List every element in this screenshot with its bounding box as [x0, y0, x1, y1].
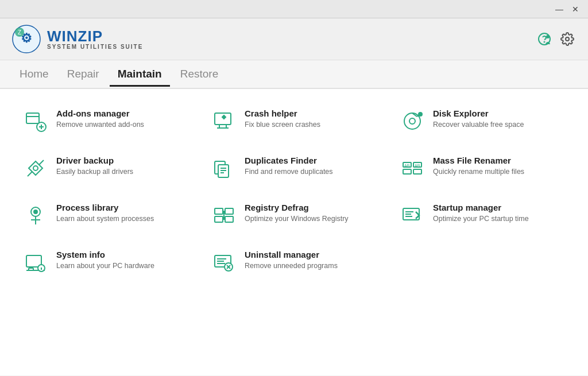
- svg-rect-40: [225, 216, 233, 222]
- tool-text-addons: Add-ons managerRemove unwanted add-ons: [56, 108, 188, 130]
- header-icons: [535, 30, 577, 48]
- tool-text-uninstall: Uninstall managerRemove unneeded program…: [245, 250, 377, 272]
- tool-title-driver: Driver backup: [56, 156, 188, 165]
- logo-icon: ⚙ Z: [11, 24, 41, 54]
- nav-restore[interactable]: Restore: [172, 63, 227, 85]
- svg-rect-38: [225, 208, 233, 214]
- settings-icon: [560, 32, 574, 46]
- tool-text-duplicates: Duplicates FinderFind and remove duplica…: [245, 156, 377, 177]
- uninstall-tool-icon: [211, 250, 237, 275]
- tool-desc-uninstall: Remove unneeded programs: [245, 261, 377, 272]
- tool-title-crash: Crash helper: [245, 108, 377, 118]
- tool-text-process: Process libraryLearn about system proces…: [56, 203, 188, 224]
- header: ⚙ Z WINZIP SYSTEM UTILITIES SUITE: [0, 18, 588, 60]
- svg-point-36: [34, 210, 37, 214]
- svg-text:AB: AB: [404, 164, 410, 168]
- tool-item-duplicates[interactable]: Duplicates FinderFind and remove duplica…: [206, 148, 382, 189]
- svg-rect-8: [26, 113, 39, 123]
- tool-item-addons[interactable]: Add-ons managerRemove unwanted add-ons: [17, 100, 194, 142]
- process-tool-icon: [23, 203, 48, 228]
- logo-text: WINZIP SYSTEM UTILITIES SUITE: [47, 29, 143, 50]
- registry-tool-icon: [211, 203, 237, 228]
- tool-item-driver[interactable]: Driver backupEasily backup all drivers: [17, 148, 194, 189]
- tool-desc-duplicates: Find and remove duplicates: [245, 167, 377, 177]
- disk-tool-icon: [400, 108, 425, 134]
- tool-title-renamer: Mass File Renamer: [433, 156, 565, 165]
- title-bar: — ✕: [0, 0, 588, 18]
- tool-desc-driver: Easily backup all drivers: [56, 167, 188, 177]
- tool-desc-disk: Recover valuable free space: [433, 120, 565, 130]
- tool-title-disk: Disk Explorer: [433, 108, 565, 118]
- svg-point-5: [544, 42, 545, 42]
- tool-desc-crash: Fix blue screen crashes: [245, 120, 377, 130]
- tool-text-renamer: Mass File RenamerQuickly rename multiple…: [433, 156, 565, 177]
- tool-desc-startup: Optimize your PC startup time: [433, 214, 565, 224]
- nav-maintain[interactable]: Maintain: [110, 63, 170, 87]
- sysinfo-tool-icon: [23, 250, 48, 275]
- tool-item-uninstall[interactable]: Uninstall managerRemove unneeded program…: [206, 242, 382, 283]
- tool-title-addons: Add-ons manager: [56, 108, 188, 118]
- tool-desc-registry: Optimize your Windows Registry: [245, 214, 377, 224]
- tool-item-disk[interactable]: Disk ExplorerRecover valuable free space: [394, 100, 571, 142]
- svg-point-20: [419, 113, 422, 116]
- svg-point-7: [566, 37, 569, 41]
- tool-text-crash: Crash helperFix blue screen crashes: [245, 108, 377, 130]
- help-button[interactable]: [535, 30, 554, 48]
- tool-item-startup[interactable]: Startup managerOptimize your PC startup …: [394, 195, 571, 236]
- tool-desc-addons: Remove unwanted add-ons: [56, 120, 188, 130]
- driver-tool-icon: [23, 156, 48, 181]
- tool-title-registry: Registry Defrag: [245, 203, 377, 212]
- svg-text:Z: Z: [18, 29, 21, 36]
- tool-title-startup: Startup manager: [433, 203, 565, 212]
- tool-title-process: Process library: [56, 203, 188, 212]
- tool-title-sysinfo: System info: [56, 250, 188, 259]
- main-nav: Home Repair Maintain Restore: [0, 60, 588, 89]
- nav-home[interactable]: Home: [11, 63, 57, 85]
- svg-point-6: [546, 35, 550, 38]
- help-icon: [537, 32, 551, 46]
- tool-text-startup: Startup managerOptimize your PC startup …: [433, 203, 565, 224]
- logo-area: ⚙ Z WINZIP SYSTEM UTILITIES SUITE: [11, 24, 143, 54]
- tool-item-registry[interactable]: Registry DefragOptimize your Windows Reg…: [206, 195, 382, 236]
- svg-rect-29: [403, 169, 411, 174]
- tool-desc-renamer: Quickly rename multiple files: [433, 167, 565, 177]
- svg-point-21: [33, 166, 38, 170]
- settings-button[interactable]: [558, 30, 577, 48]
- tool-item-process[interactable]: Process libraryLearn about system proces…: [17, 195, 194, 236]
- tools-grid: Add-ons managerRemove unwanted add-ons C…: [17, 100, 571, 283]
- minimize-button[interactable]: —: [551, 3, 567, 15]
- renamer-tool-icon: AB AB: [400, 156, 425, 181]
- startup-tool-icon: [400, 203, 425, 228]
- tool-item-sysinfo[interactable]: System infoLearn about your PC hardware: [17, 242, 194, 283]
- svg-point-18: [409, 118, 415, 124]
- logo-winzip-label: WINZIP: [47, 29, 143, 44]
- tool-text-registry: Registry DefragOptimize your Windows Reg…: [245, 203, 377, 224]
- nav-repair[interactable]: Repair: [59, 63, 107, 85]
- main-content: Add-ons managerRemove unwanted add-ons C…: [0, 89, 588, 375]
- logo-sub-label: SYSTEM UTILITIES SUITE: [47, 44, 143, 50]
- tool-text-disk: Disk ExplorerRecover valuable free space: [433, 108, 565, 130]
- tool-item-crash[interactable]: Crash helperFix blue screen crashes: [206, 100, 382, 142]
- tool-text-driver: Driver backupEasily backup all drivers: [56, 156, 188, 177]
- svg-rect-13: [215, 113, 231, 125]
- tool-desc-process: Learn about system processes: [56, 214, 188, 224]
- tool-text-sysinfo: System infoLearn about your PC hardware: [56, 250, 188, 272]
- svg-rect-39: [215, 216, 223, 222]
- tool-item-renamer[interactable]: AB AB Mass File RenamerQuickly rename mu…: [394, 148, 571, 189]
- tool-desc-sysinfo: Learn about your PC hardware: [56, 261, 188, 272]
- svg-text:AB: AB: [415, 164, 420, 168]
- svg-rect-37: [215, 208, 223, 214]
- addons-tool-icon: [23, 108, 48, 134]
- close-button[interactable]: ✕: [567, 3, 583, 15]
- duplicates-tool-icon: [211, 156, 237, 181]
- svg-rect-30: [413, 169, 421, 174]
- crash-tool-icon: [211, 108, 237, 134]
- tool-title-uninstall: Uninstall manager: [245, 250, 377, 259]
- tool-title-duplicates: Duplicates Finder: [245, 156, 377, 165]
